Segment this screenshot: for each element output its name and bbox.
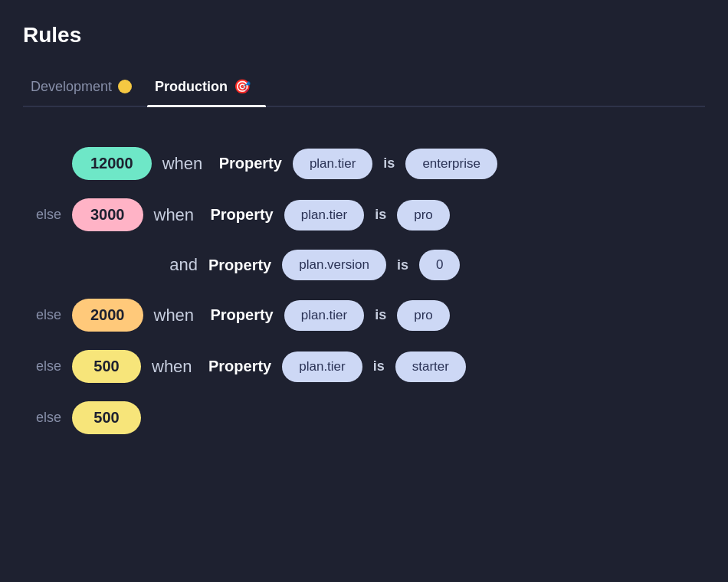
rule-row-5: else 500: [23, 392, 705, 443]
rule4-property-name[interactable]: plan.tier: [282, 351, 362, 382]
rule-row-2b: and Property plan.version is 0: [23, 240, 705, 289]
rule2-operator: is: [375, 207, 386, 223]
page-title: Rules: [23, 23, 705, 47]
rule1-match-value[interactable]: enterprise: [405, 149, 497, 179]
tab-production-label: Production: [155, 79, 228, 95]
rule2-match-value[interactable]: pro: [397, 200, 450, 231]
rule5-prefix: else: [23, 410, 61, 426]
rule3-property-name[interactable]: plan.tier: [284, 300, 364, 331]
rule2b-connector: and: [152, 255, 198, 275]
tab-development-label: Development: [31, 79, 112, 95]
rule3-operator: is: [375, 307, 386, 323]
rule4-prefix: else: [23, 358, 61, 374]
rule1-property-label: Property: [219, 155, 282, 172]
rule2-property-name[interactable]: plan.tier: [284, 200, 364, 231]
rule2b-operator: is: [397, 257, 408, 273]
rule-row-4: else 500 when Property plan.tier is star…: [23, 341, 705, 392]
rule3-connector: when: [154, 306, 200, 325]
rule1-property-name[interactable]: plan.tier: [293, 149, 372, 179]
rule-row-2: else 3000 when Property plan.tier is pro: [23, 189, 705, 240]
rule-row-3: else 2000 when Property plan.tier is pro: [23, 289, 705, 341]
tabs-container: Development Production 🎯: [23, 70, 705, 107]
rule1-connector: when: [162, 154, 208, 174]
rule4-connector: when: [152, 357, 198, 377]
rule1-value[interactable]: 12000: [72, 147, 152, 180]
rule4-property-label: Property: [208, 358, 271, 375]
rule5-value[interactable]: 500: [72, 401, 141, 434]
rule-row-1: 12000 when Property plan.tier is enterpr…: [23, 138, 705, 189]
rules-container: 12000 when Property plan.tier is enterpr…: [23, 138, 705, 443]
tab-production[interactable]: Production 🎯: [147, 70, 266, 106]
rule4-operator: is: [373, 358, 385, 374]
rule2-value[interactable]: 3000: [72, 198, 143, 231]
production-icon: 🎯: [234, 78, 251, 95]
rule4-match-value[interactable]: starter: [395, 351, 466, 382]
rule2b-match-value[interactable]: 0: [419, 250, 460, 280]
rule2b-property-name[interactable]: plan.version: [282, 250, 386, 280]
rule2-property-label: Property: [211, 206, 274, 224]
rule3-value[interactable]: 2000: [72, 299, 143, 332]
tab-development[interactable]: Development: [23, 71, 147, 106]
rule2b-property-label: Property: [208, 257, 271, 274]
development-indicator: [118, 80, 132, 93]
rule4-value[interactable]: 500: [72, 350, 141, 383]
rule3-match-value[interactable]: pro: [397, 300, 450, 331]
rule3-prefix: else: [23, 307, 61, 323]
rule2-prefix: else: [23, 207, 61, 223]
rule1-operator: is: [383, 155, 395, 172]
rule2-connector: when: [154, 205, 200, 225]
rule3-property-label: Property: [211, 306, 274, 324]
